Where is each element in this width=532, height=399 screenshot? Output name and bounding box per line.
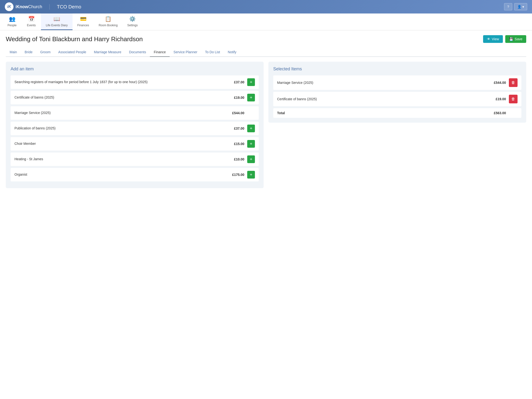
total-amount: £563.00 [489,111,506,115]
add-item-button-6[interactable]: + [247,155,255,163]
tab-notify[interactable]: Notify [224,48,240,57]
add-item-button-2[interactable]: + [247,94,255,101]
item-price-4: £37.00 [227,126,244,130]
logo-icon: iK [5,2,13,11]
list-item: Organist £175.00 + [11,168,259,181]
list-item: Marriage Service (2025) £544.00 [11,106,259,120]
item-price-3: £544.00 [227,111,244,115]
selected-items-title: Selected Items [273,66,521,72]
add-item-card: Add an item Searching registers of marri… [6,62,264,188]
life-events-diary-icon: 📖 [53,16,60,22]
nav-item-life-events-diary[interactable]: 📖 Life Events Diary [41,13,73,30]
item-price-2: £19.00 [227,96,244,100]
view-button[interactable]: 👁 View [483,35,503,43]
item-name-7: Organist [14,172,227,177]
save-button[interactable]: 💾 Save [505,35,526,43]
add-item-section: Add an item Searching registers of marri… [6,62,264,188]
tab-associated-people[interactable]: Associated People [54,48,90,57]
tabs: Main Bride Groom Associated People Marri… [6,48,526,57]
tab-bride[interactable]: Bride [21,48,36,57]
selected-item-name-2: Certificate of banns (2025) [277,97,489,101]
nav-item-finances[interactable]: 💳 Finances [73,13,94,30]
eye-icon: 👁 [487,37,490,41]
logo-text: iKnowChurch [15,4,42,9]
add-item-button-5[interactable]: + [247,140,255,148]
add-placeholder-3 [247,109,255,117]
selected-item-price-1: £544.00 [489,81,506,85]
list-item: Heating - St James £10.00 + [11,153,259,166]
selected-item-1: Marriage Service (2025) £544.00 🗑 [273,75,521,90]
nav-item-room-booking[interactable]: 📋 Room Booking [94,13,122,30]
selected-items-card: Selected Items Marriage Service (2025) £… [268,62,526,123]
nav-item-people[interactable]: 👥 People [2,13,22,30]
nav-label-life-events-diary: Life Events Diary [46,24,68,27]
tab-documents[interactable]: Documents [125,48,150,57]
list-item: Certificate of banns (2025) £19.00 + [11,91,259,104]
item-name-5: Choir Member [14,141,227,146]
delete-item-button-1[interactable]: 🗑 [509,78,518,87]
help-button[interactable]: ? [504,3,512,10]
add-item-title: Add an item [11,66,259,72]
nav-label-settings: Settings [127,24,138,27]
nav-bar: 👥 People 📅 Events 📖 Life Events Diary 💳 … [0,13,532,30]
finance-content: Add an item Searching registers of marri… [6,62,526,188]
page-title-row: Wedding of Toni Blackburn and Harry Rich… [6,35,526,43]
add-item-button-1[interactable]: + [247,78,255,86]
nav-label-finances: Finances [77,24,89,27]
selected-item-price-2: £19.00 [489,97,506,101]
tab-marriage-measure[interactable]: Marriage Measure [90,48,125,57]
list-item: Searching registers of marriages for per… [11,75,259,89]
events-icon: 📅 [28,16,35,22]
title-actions: 👁 View 💾 Save [483,35,526,43]
tab-groom[interactable]: Groom [36,48,54,57]
selected-items-section: Selected Items Marriage Service (2025) £… [268,62,526,188]
delete-item-button-2[interactable]: 🗑 [509,95,518,103]
nav-item-events[interactable]: 📅 Events [22,13,41,30]
people-icon: 👥 [9,16,15,22]
add-item-button-7[interactable]: + [247,171,255,179]
page-content: Wedding of Toni Blackburn and Harry Rich… [0,30,532,193]
item-name-6: Heating - St James [14,157,227,162]
item-name-3: Marriage Service (2025) [14,111,227,115]
nav-label-people: People [7,24,16,27]
tab-finance[interactable]: Finance [150,48,170,57]
finances-icon: 💳 [80,16,86,22]
add-item-button-4[interactable]: + [247,125,255,132]
total-row: Total £563.00 [273,108,521,118]
app-title: TCO Demo [49,4,81,10]
header-actions: ? 👤 ▾ [504,3,527,10]
nav-label-room-booking: Room Booking [99,24,118,27]
list-item: Choir Member £15.00 + [11,137,259,151]
logo-area: iK iKnowChurch [5,2,42,11]
app-header: iK iKnowChurch TCO Demo ? 👤 ▾ [0,0,532,13]
selected-item-name-1: Marriage Service (2025) [277,81,489,85]
item-name-1: Searching registers of marriages for per… [14,80,227,85]
room-booking-icon: 📋 [105,16,111,22]
tab-service-planner[interactable]: Service Planner [170,48,201,57]
settings-icon: ⚙️ [129,16,136,22]
item-price-7: £175.00 [227,173,244,177]
list-item: Publication of banns (2025) £37.00 + [11,122,259,135]
item-name-4: Publication of banns (2025) [14,126,227,131]
tab-main[interactable]: Main [6,48,21,57]
item-name-2: Certificate of banns (2025) [14,95,227,100]
nav-item-settings[interactable]: ⚙️ Settings [122,13,142,30]
nav-label-events: Events [27,24,36,27]
item-price-5: £15.00 [227,142,244,146]
save-icon: 💾 [509,37,513,41]
tab-to-do-list[interactable]: To Do List [201,48,224,57]
item-price-1: £37.00 [227,80,244,84]
total-label: Total [277,111,489,115]
selected-item-2: Certificate of banns (2025) £19.00 🗑 [273,92,521,106]
item-price-6: £10.00 [227,157,244,161]
page-title: Wedding of Toni Blackburn and Harry Rich… [6,35,143,43]
user-menu-button[interactable]: 👤 ▾ [514,3,527,10]
